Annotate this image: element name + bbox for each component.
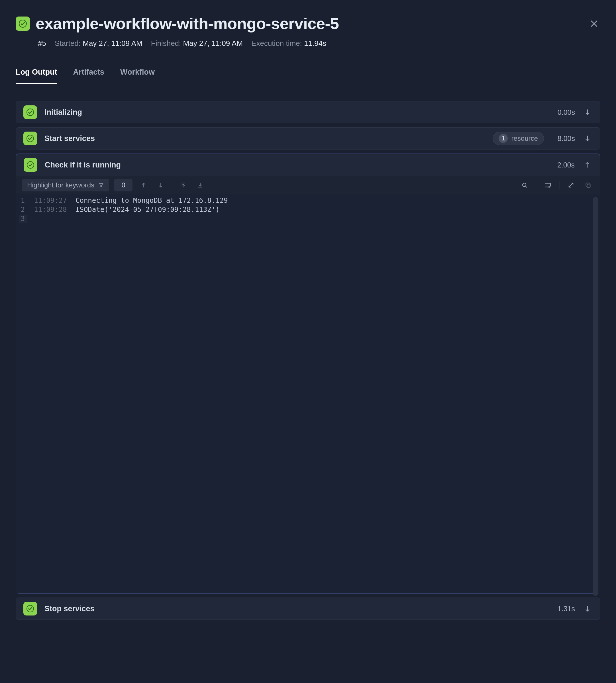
run-meta: #5 Started: May 27, 11:09 AM Finished: M…: [16, 39, 600, 48]
filter-icon: [98, 182, 104, 188]
step-duration: 2.00s: [557, 161, 575, 169]
step-header[interactable]: Check if it is running 2.00s: [16, 154, 600, 176]
step-start-services[interactable]: Start services 1 resource 8.00s: [16, 127, 600, 150]
step-duration: 1.31s: [557, 605, 575, 613]
fullscreen-icon[interactable]: [565, 179, 577, 191]
log-scrollbar[interactable]: [593, 197, 598, 596]
check-icon: [23, 602, 37, 615]
scroll-to-bottom-button[interactable]: [194, 179, 206, 191]
log-toolbar: Highlight for keywords 0: [16, 176, 600, 194]
log-line: 1 11:09:27 Connecting to MongoDB at 172.…: [16, 196, 600, 205]
started-value: May 27, 11:09 AM: [83, 39, 142, 48]
step-title: Stop services: [44, 605, 550, 613]
page-title: example-workflow-with-mongo-service-5: [36, 14, 582, 33]
log-output-body[interactable]: 1 11:09:27 Connecting to MongoDB at 172.…: [16, 194, 600, 593]
tabs: Log Output Artifacts Workflow: [16, 68, 600, 84]
tab-log-output[interactable]: Log Output: [16, 68, 57, 84]
search-icon[interactable]: [518, 179, 531, 191]
expand-icon[interactable]: [582, 107, 593, 117]
expand-icon[interactable]: [582, 133, 593, 143]
log-line: 3: [16, 214, 600, 223]
match-count: 0: [114, 179, 132, 191]
collapse-icon[interactable]: [582, 160, 592, 170]
svg-rect-5: [587, 184, 590, 187]
step-check-running: Check if it is running 2.00s Highlight f…: [16, 154, 600, 594]
resource-count: 1: [499, 134, 508, 143]
line-number: 1: [19, 197, 27, 205]
step-stop-services[interactable]: Stop services 1.31s: [16, 597, 600, 620]
prev-match-button[interactable]: [138, 179, 150, 191]
wrap-icon[interactable]: [541, 179, 554, 191]
resource-label: resource: [511, 134, 538, 142]
highlight-keywords-button[interactable]: Highlight for keywords: [22, 179, 109, 191]
log-line: 2 11:09:28 ISODate('2024-05-27T09:09:28.…: [16, 205, 600, 214]
exec-value: 11.94s: [304, 39, 326, 48]
line-timestamp: 11:09:28: [27, 206, 70, 213]
close-button[interactable]: [588, 17, 600, 30]
step-duration: 8.00s: [557, 134, 575, 143]
line-timestamp: 11:09:27: [27, 197, 70, 205]
check-icon: [23, 106, 37, 119]
check-icon: [24, 158, 37, 172]
started-label: Started:: [55, 39, 81, 48]
scroll-to-top-button[interactable]: [177, 179, 189, 191]
line-number: 2: [19, 206, 27, 213]
resource-badge[interactable]: 1 resource: [492, 132, 544, 145]
toolbar-divider: [559, 181, 560, 189]
exec-label: Execution time:: [251, 39, 302, 48]
tab-workflow[interactable]: Workflow: [120, 68, 155, 84]
line-number: 3: [19, 215, 27, 223]
line-message: ISODate('2024-05-27T09:09:28.113Z'): [70, 206, 220, 213]
step-title: Check if it is running: [45, 161, 550, 169]
check-icon: [23, 132, 37, 145]
tab-artifacts[interactable]: Artifacts: [73, 68, 104, 84]
highlight-keywords-label: Highlight for keywords: [27, 181, 94, 189]
finished-label: Finished:: [151, 39, 181, 48]
step-title: Start services: [44, 134, 485, 143]
toolbar-divider: [536, 181, 536, 189]
step-title: Initializing: [44, 108, 550, 117]
line-message: Connecting to MongoDB at 172.16.8.129: [70, 197, 228, 205]
step-initializing[interactable]: Initializing 0.00s: [16, 101, 600, 123]
step-duration: 0.00s: [557, 108, 575, 116]
next-match-button[interactable]: [155, 179, 167, 191]
finished-value: May 27, 11:09 AM: [183, 39, 243, 48]
expand-icon[interactable]: [582, 604, 593, 614]
run-number: #5: [38, 39, 46, 48]
run-status-icon: [16, 17, 30, 31]
copy-icon[interactable]: [582, 179, 594, 191]
